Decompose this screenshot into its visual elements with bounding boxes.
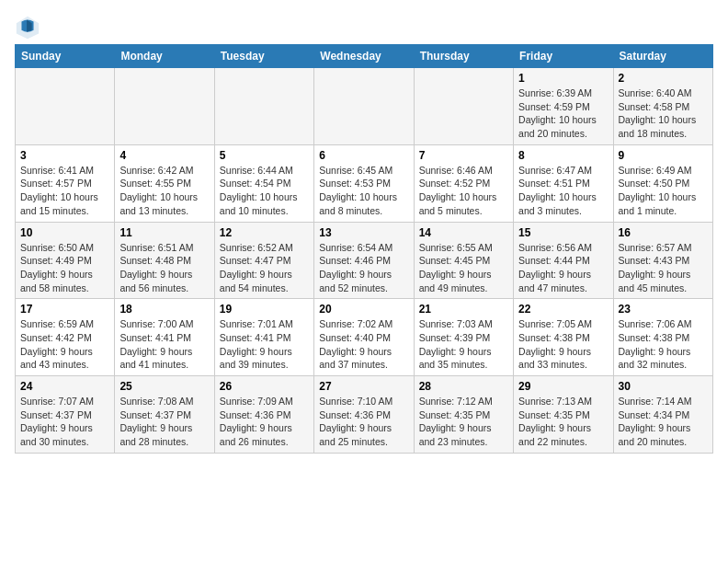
day-number: 13 [319, 226, 408, 239]
calendar-cell: 3Sunrise: 6:41 AM Sunset: 4:57 PM Daylig… [16, 144, 115, 222]
day-number: 5 [220, 149, 309, 162]
day-info: Sunrise: 7:12 AM Sunset: 4:35 PM Dayligh… [419, 395, 508, 449]
day-info: Sunrise: 7:00 AM Sunset: 4:41 PM Dayligh… [119, 317, 209, 372]
day-number: 18 [119, 303, 209, 316]
calendar-cell [214, 68, 313, 145]
weekday-header-friday: Friday [514, 45, 613, 68]
calendar-cell: 21Sunrise: 7:03 AM Sunset: 4:39 PM Dayli… [414, 299, 513, 376]
calendar-cell: 6Sunrise: 6:45 AM Sunset: 4:53 PM Daylig… [314, 144, 414, 222]
day-number: 22 [518, 303, 608, 316]
day-number: 8 [518, 149, 608, 162]
calendar-cell: 4Sunrise: 6:42 AM Sunset: 4:55 PM Daylig… [115, 144, 214, 222]
day-info: Sunrise: 6:42 AM Sunset: 4:55 PM Dayligh… [119, 164, 209, 218]
day-number: 30 [619, 380, 708, 393]
day-info: Sunrise: 7:14 AM Sunset: 4:34 PM Dayligh… [619, 395, 708, 449]
week-row-5: 24Sunrise: 7:07 AM Sunset: 4:37 PM Dayli… [16, 376, 713, 454]
calendar-table: SundayMondayTuesdayWednesdayThursdayFrid… [15, 44, 713, 454]
day-info: Sunrise: 6:59 AM Sunset: 4:42 PM Dayligh… [20, 317, 109, 372]
day-number: 20 [319, 303, 408, 316]
day-number: 12 [220, 226, 309, 239]
week-row-2: 3Sunrise: 6:41 AM Sunset: 4:57 PM Daylig… [16, 144, 713, 222]
weekday-header-tuesday: Tuesday [214, 45, 313, 68]
day-number: 24 [20, 380, 109, 393]
week-row-1: 1Sunrise: 6:39 AM Sunset: 4:59 PM Daylig… [16, 68, 713, 145]
day-info: Sunrise: 7:03 AM Sunset: 4:39 PM Dayligh… [419, 317, 508, 372]
weekday-header-row: SundayMondayTuesdayWednesdayThursdayFrid… [16, 45, 713, 68]
calendar-cell: 14Sunrise: 6:55 AM Sunset: 4:45 PM Dayli… [414, 222, 513, 299]
day-number: 7 [419, 149, 508, 162]
day-info: Sunrise: 7:13 AM Sunset: 4:35 PM Dayligh… [518, 395, 608, 449]
day-number: 11 [119, 226, 209, 239]
day-number: 19 [220, 303, 309, 316]
day-info: Sunrise: 6:46 AM Sunset: 4:52 PM Dayligh… [419, 164, 508, 218]
header [15, 15, 713, 40]
week-row-3: 10Sunrise: 6:50 AM Sunset: 4:49 PM Dayli… [16, 222, 713, 299]
day-info: Sunrise: 7:09 AM Sunset: 4:36 PM Dayligh… [220, 395, 309, 449]
day-number: 26 [220, 380, 309, 393]
day-info: Sunrise: 6:52 AM Sunset: 4:47 PM Dayligh… [220, 241, 309, 295]
calendar-cell: 9Sunrise: 6:49 AM Sunset: 4:50 PM Daylig… [613, 144, 712, 222]
calendar-cell: 24Sunrise: 7:07 AM Sunset: 4:37 PM Dayli… [16, 376, 115, 454]
calendar-cell: 5Sunrise: 6:44 AM Sunset: 4:54 PM Daylig… [214, 144, 313, 222]
calendar-cell: 23Sunrise: 7:06 AM Sunset: 4:38 PM Dayli… [613, 299, 712, 376]
day-info: Sunrise: 7:08 AM Sunset: 4:37 PM Dayligh… [119, 395, 209, 449]
calendar-cell: 13Sunrise: 6:54 AM Sunset: 4:46 PM Dayli… [314, 222, 414, 299]
day-info: Sunrise: 6:57 AM Sunset: 4:43 PM Dayligh… [619, 241, 708, 295]
logo-icon [15, 15, 40, 40]
calendar-cell: 25Sunrise: 7:08 AM Sunset: 4:37 PM Dayli… [115, 376, 214, 454]
day-number: 17 [20, 303, 109, 316]
calendar-cell: 17Sunrise: 6:59 AM Sunset: 4:42 PM Dayli… [16, 299, 115, 376]
page-container: SundayMondayTuesdayWednesdayThursdayFrid… [15, 15, 713, 454]
day-info: Sunrise: 7:10 AM Sunset: 4:36 PM Dayligh… [319, 395, 408, 449]
day-info: Sunrise: 7:02 AM Sunset: 4:40 PM Dayligh… [319, 317, 408, 372]
day-info: Sunrise: 7:01 AM Sunset: 4:41 PM Dayligh… [220, 317, 309, 372]
weekday-header-sunday: Sunday [16, 45, 115, 68]
day-number: 6 [319, 149, 408, 162]
calendar-cell [115, 68, 214, 145]
day-info: Sunrise: 6:44 AM Sunset: 4:54 PM Dayligh… [220, 164, 309, 218]
day-number: 2 [619, 72, 708, 85]
day-info: Sunrise: 6:50 AM Sunset: 4:49 PM Dayligh… [20, 241, 109, 295]
day-number: 23 [619, 303, 708, 316]
day-info: Sunrise: 7:06 AM Sunset: 4:38 PM Dayligh… [619, 317, 708, 372]
day-number: 9 [619, 149, 708, 162]
day-number: 29 [518, 380, 608, 393]
day-number: 15 [518, 226, 608, 239]
calendar-cell: 8Sunrise: 6:47 AM Sunset: 4:51 PM Daylig… [514, 144, 613, 222]
calendar-cell [314, 68, 414, 145]
day-info: Sunrise: 6:39 AM Sunset: 4:59 PM Dayligh… [518, 86, 608, 141]
calendar-cell: 1Sunrise: 6:39 AM Sunset: 4:59 PM Daylig… [514, 68, 613, 145]
weekday-header-wednesday: Wednesday [314, 45, 414, 68]
calendar-cell: 10Sunrise: 6:50 AM Sunset: 4:49 PM Dayli… [16, 222, 115, 299]
day-info: Sunrise: 6:47 AM Sunset: 4:51 PM Dayligh… [518, 164, 608, 218]
day-info: Sunrise: 6:41 AM Sunset: 4:57 PM Dayligh… [20, 164, 109, 218]
day-number: 14 [419, 226, 508, 239]
calendar-cell: 15Sunrise: 6:56 AM Sunset: 4:44 PM Dayli… [514, 222, 613, 299]
day-info: Sunrise: 6:49 AM Sunset: 4:50 PM Dayligh… [619, 164, 708, 218]
calendar-cell [16, 68, 115, 145]
day-number: 27 [319, 380, 408, 393]
day-info: Sunrise: 6:45 AM Sunset: 4:53 PM Dayligh… [319, 164, 408, 218]
day-number: 3 [20, 149, 109, 162]
day-info: Sunrise: 6:51 AM Sunset: 4:48 PM Dayligh… [119, 241, 209, 295]
day-info: Sunrise: 6:56 AM Sunset: 4:44 PM Dayligh… [518, 241, 608, 295]
weekday-header-thursday: Thursday [414, 45, 513, 68]
day-number: 10 [20, 226, 109, 239]
calendar-cell [414, 68, 513, 145]
calendar-cell: 11Sunrise: 6:51 AM Sunset: 4:48 PM Dayli… [115, 222, 214, 299]
calendar-cell: 30Sunrise: 7:14 AM Sunset: 4:34 PM Dayli… [613, 376, 712, 454]
calendar-cell: 29Sunrise: 7:13 AM Sunset: 4:35 PM Dayli… [514, 376, 613, 454]
day-number: 25 [119, 380, 209, 393]
calendar-cell: 2Sunrise: 6:40 AM Sunset: 4:58 PM Daylig… [613, 68, 712, 145]
calendar-cell: 19Sunrise: 7:01 AM Sunset: 4:41 PM Dayli… [214, 299, 313, 376]
day-number: 28 [419, 380, 508, 393]
calendar-cell: 22Sunrise: 7:05 AM Sunset: 4:38 PM Dayli… [514, 299, 613, 376]
day-info: Sunrise: 7:07 AM Sunset: 4:37 PM Dayligh… [20, 395, 109, 449]
calendar-cell: 20Sunrise: 7:02 AM Sunset: 4:40 PM Dayli… [314, 299, 414, 376]
calendar-cell: 12Sunrise: 6:52 AM Sunset: 4:47 PM Dayli… [214, 222, 313, 299]
day-info: Sunrise: 6:55 AM Sunset: 4:45 PM Dayligh… [419, 241, 508, 295]
calendar-cell: 26Sunrise: 7:09 AM Sunset: 4:36 PM Dayli… [214, 376, 313, 454]
day-number: 16 [619, 226, 708, 239]
weekday-header-monday: Monday [115, 45, 214, 68]
calendar-cell: 27Sunrise: 7:10 AM Sunset: 4:36 PM Dayli… [314, 376, 414, 454]
